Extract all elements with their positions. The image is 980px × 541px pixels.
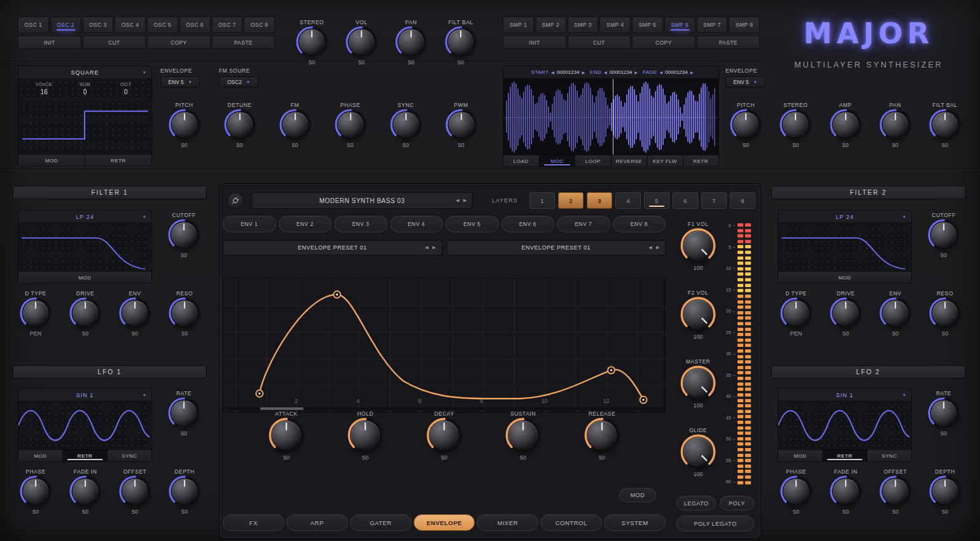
filter2-type-select[interactable]: LP 24 ▼ [778, 211, 911, 223]
preset-prev-arrow[interactable]: ◀ [456, 198, 459, 203]
master-knobs-master-knob[interactable] [683, 369, 713, 398]
envelope-scrollbar-thumb[interactable] [260, 407, 304, 410]
smp-tabs-smp-7[interactable]: SMP 7 [697, 17, 728, 33]
end-next-arrow[interactable]: ▶ [634, 70, 638, 74]
lfo1-type-select[interactable]: SIN 1 ▼ [18, 389, 151, 402]
rate1-rate-knob[interactable] [171, 400, 197, 426]
lfo1-knobs-depth-knob[interactable] [172, 479, 197, 504]
env-knobs-sustain-knob[interactable] [508, 421, 538, 450]
lfo1-knobs-offset-knob[interactable] [122, 479, 148, 504]
smp-buttons-retr[interactable]: RETR [683, 155, 719, 167]
poly-legato-button[interactable]: POLY LEGATO [676, 516, 754, 531]
filter2-knobs-env-knob[interactable] [883, 300, 908, 326]
env-tabs-env-8[interactable]: ENV 8 [613, 216, 666, 232]
smp-tabs-smp-2[interactable]: SMP 2 [535, 17, 566, 33]
env-preset-field-2[interactable]: ENVELOPE PRESET 01 ◀ ▶ [447, 240, 666, 255]
lfo2-type-select[interactable]: SIN 1 ▼ [778, 389, 911, 402]
filter1-type-select[interactable]: LP 24 ▼ [18, 211, 151, 223]
layer-button-8[interactable]: 8 [730, 192, 755, 209]
master-knobs-f2-vol-knob[interactable] [683, 300, 713, 329]
envelope-mod-button[interactable]: MOD [619, 488, 656, 502]
smp-knobs-pan-knob[interactable] [883, 112, 908, 137]
osc-tabs-osc-3[interactable]: OSC 3 [83, 17, 114, 33]
osc-tabs-osc-5[interactable]: OSC 5 [147, 17, 178, 33]
rate2-rate-knob[interactable] [931, 400, 956, 426]
envelope-editor[interactable]: 24681012 [223, 278, 665, 413]
lfo2-buttons-sync[interactable]: SYNC [867, 450, 911, 461]
smp-actions-cut[interactable]: CUT [568, 36, 631, 49]
osc-actions-init[interactable]: INIT [18, 36, 81, 49]
osc-knobs-fm-knob[interactable] [283, 112, 308, 137]
start-prev-arrow[interactable]: ◀ [551, 70, 554, 74]
smp-knobs-pitch-knob[interactable] [733, 112, 759, 137]
mix-knobs-stereo-knob[interactable] [299, 29, 325, 55]
legato-button[interactable]: LEGATO [676, 496, 716, 510]
osc-knobs-phase-knob[interactable] [338, 112, 363, 137]
filter2-knobs-d-type-knob[interactable] [783, 300, 809, 326]
filter1-mod-button[interactable]: MOD [18, 272, 151, 283]
env-tabs-env-2[interactable]: ENV 2 [279, 216, 332, 232]
osc-tabs-osc-4[interactable]: OSC 4 [115, 17, 146, 33]
preset-next-arrow[interactable]: ▶ [463, 198, 467, 203]
smp-tabs-smp-8[interactable]: SMP 8 [729, 17, 760, 33]
osc-actions-copy[interactable]: COPY [147, 36, 211, 49]
osc-actions-paste[interactable]: PASTE [212, 36, 276, 49]
osc-knobs-pitch-knob[interactable] [172, 112, 197, 137]
env-preset1-prev-arrow[interactable]: ◀ [425, 245, 429, 250]
bottom-tabs-fx[interactable]: FX [223, 514, 284, 531]
filter2-knobs-drive-knob[interactable] [833, 300, 858, 326]
osc-wave-select[interactable]: SQUARE ▼ [18, 66, 151, 79]
bottom-tabs-control[interactable]: CONTROL [540, 514, 602, 531]
lfo2-buttons-retr[interactable]: RETR [823, 450, 867, 461]
filter1-knobs-d-type-knob[interactable] [23, 300, 48, 326]
smp-tabs-smp-5[interactable]: SMP 5 [632, 17, 663, 33]
layer-button-7[interactable]: 7 [701, 192, 727, 209]
env-tabs-env-4[interactable]: ENV 4 [390, 216, 444, 232]
osc-tabs-osc-2[interactable]: OSC 2 [50, 17, 81, 33]
sample-position-marker[interactable] [613, 79, 613, 155]
poly-button[interactable]: POLY [720, 496, 754, 510]
smp-actions-paste[interactable]: PASTE [697, 36, 760, 49]
bottom-tabs-mixer[interactable]: MIXER [477, 514, 538, 531]
smp-actions-init[interactable]: INIT [503, 36, 566, 49]
env-tabs-env-3[interactable]: ENV 3 [334, 216, 388, 232]
smp-tabs-smp-1[interactable]: SMP 1 [503, 17, 534, 33]
osc-knobs-pwm-knob[interactable] [449, 112, 474, 137]
lfo1-knobs-phase-knob[interactable] [23, 479, 48, 504]
layer-button-5[interactable]: 5 [644, 192, 669, 209]
lfo2-knobs-phase-knob[interactable] [783, 479, 809, 504]
filter1-knobs-env-knob[interactable] [122, 300, 148, 326]
smp-tabs-smp-3[interactable]: SMP 3 [568, 17, 599, 33]
smp-knobs-filt-bal-knob[interactable] [932, 112, 958, 137]
master-knobs-glide-knob[interactable] [683, 437, 713, 467]
env-tabs-env-6[interactable]: ENV 6 [501, 216, 555, 232]
osc-knobs-sync-knob[interactable] [393, 112, 419, 137]
mix-knobs-pan-knob[interactable] [398, 29, 424, 55]
preset-plug-button[interactable] [227, 192, 244, 209]
env-tabs-env-7[interactable]: ENV 7 [557, 216, 610, 232]
osc-tabs-osc-7[interactable]: OSC 7 [212, 17, 243, 33]
osc-display-buttons-mod[interactable]: MOD [18, 155, 85, 166]
osc-knobs-detune-knob[interactable] [227, 112, 253, 137]
bottom-tabs-gater[interactable]: GATER [350, 514, 412, 531]
layer-button-4[interactable]: 4 [615, 192, 641, 209]
osc-tabs-osc-1[interactable]: OSC 1 [18, 17, 49, 33]
osc-actions-cut[interactable]: CUT [83, 36, 146, 49]
env-preset2-prev-arrow[interactable]: ◀ [648, 245, 652, 250]
filter1-knobs-reso-knob[interactable] [172, 300, 197, 326]
smp-tabs-smp-4[interactable]: SMP 4 [599, 17, 631, 33]
layer-button-2[interactable]: 2 [558, 192, 584, 209]
osc-envelope-select[interactable]: ENV 5 ▼ [160, 76, 200, 87]
env-knobs-decay-knob[interactable] [430, 421, 459, 450]
cutoff1-cutoff-knob[interactable] [171, 222, 197, 248]
smp-tabs-smp-6[interactable]: SMP 6 [664, 17, 696, 33]
bottom-tabs-arp[interactable]: ARP [286, 514, 348, 531]
layer-button-3[interactable]: 3 [587, 192, 612, 209]
bottom-tabs-envelope[interactable]: ENVELOPE [414, 514, 475, 531]
env-knobs-hold-knob[interactable] [351, 421, 380, 450]
filter2-knobs-reso-knob[interactable] [932, 300, 958, 326]
lfo1-buttons-retr[interactable]: RETR [63, 450, 108, 461]
smp-buttons-reverse[interactable]: REVERSE [612, 155, 648, 167]
fade-next-arrow[interactable]: ▶ [690, 70, 694, 74]
end-prev-arrow[interactable]: ◀ [604, 70, 607, 74]
